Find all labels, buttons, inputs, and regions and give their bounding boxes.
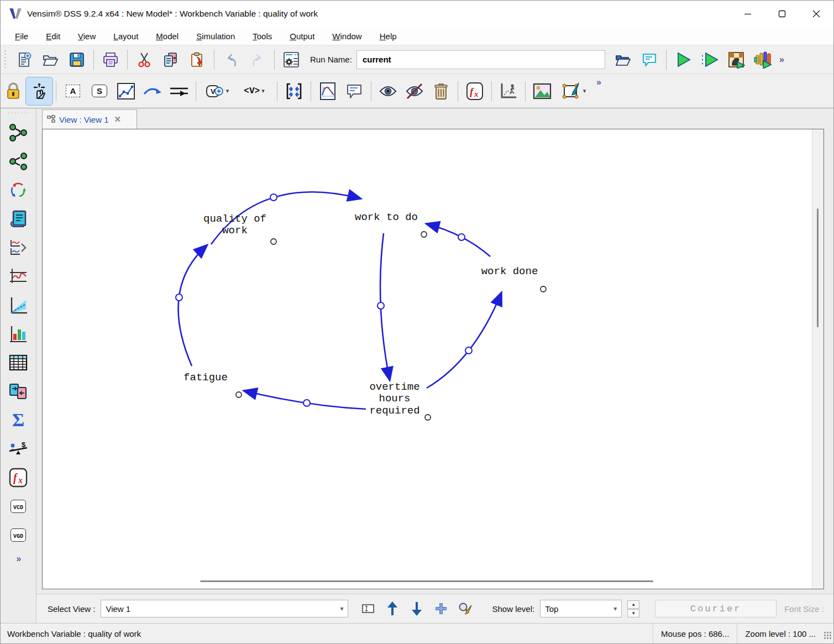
sensitivity-button[interactable] (749, 48, 776, 72)
arc-handle[interactable] (176, 294, 182, 301)
menu-simulation[interactable]: Simulation (187, 29, 244, 43)
toolbar-grip[interactable] (4, 49, 7, 70)
sketch-canvas[interactable]: quality of work work to do work done fat… (42, 129, 824, 589)
variable-handle[interactable] (421, 232, 427, 237)
horizontal-scrollbar[interactable] (200, 580, 653, 582)
loops-button[interactable] (6, 177, 31, 203)
arc-handle[interactable] (465, 347, 472, 354)
comment-tool-button[interactable] (341, 79, 368, 103)
delete-tool-button[interactable] (428, 79, 454, 103)
vcd-button[interactable]: VCD (6, 494, 31, 519)
new-model-button[interactable] (11, 48, 37, 72)
arc-handle[interactable] (377, 302, 384, 309)
redo-button[interactable] (244, 48, 271, 72)
open-model-button[interactable] (37, 48, 64, 72)
menu-model[interactable]: Model (147, 29, 187, 43)
vertical-scrollbar-track[interactable] (812, 129, 823, 589)
unhide-tool-button[interactable] (375, 79, 401, 103)
vertical-scrollbar[interactable] (817, 208, 819, 327)
menu-view[interactable]: View (69, 29, 104, 43)
menu-layout[interactable]: Layout (104, 29, 147, 43)
rename-view-button[interactable] (356, 598, 380, 620)
sidebar-grip[interactable] (7, 112, 29, 115)
variable-fatigue[interactable]: fatigue (183, 372, 228, 384)
variable-tool-button[interactable]: A (60, 79, 86, 103)
spinner-up-button[interactable]: ▲ (627, 600, 639, 609)
sketch-comment-button[interactable] (636, 48, 663, 72)
window-resize-grip[interactable] (823, 631, 831, 639)
variable-handle[interactable] (271, 239, 276, 244)
merge-tool-button[interactable] (281, 79, 307, 103)
spinner-down-button[interactable]: ▼ (627, 609, 639, 617)
link-fatigue-to-quality[interactable] (179, 245, 207, 366)
sensitivity-graph-button[interactable] (6, 292, 31, 318)
maximize-button[interactable] (765, 1, 799, 27)
box-variable-tool-button[interactable]: S (86, 79, 113, 103)
lookup-tool-button[interactable] (314, 79, 341, 103)
bar-graph-button[interactable] (6, 321, 31, 347)
reality-check-button[interactable] (495, 79, 522, 103)
graph-button[interactable] (6, 264, 31, 289)
simulation-setup-button[interactable] (278, 48, 305, 72)
add-view-button[interactable] (429, 598, 453, 620)
sidebar-overflow-chevron[interactable]: » (17, 554, 20, 564)
select-view-dropdown[interactable]: View 1 ▾ (101, 600, 348, 617)
sketch-toolbar-overflow-chevron[interactable]: » (596, 77, 600, 87)
variable-work-to-do[interactable]: work to do (355, 212, 418, 223)
variable-overtime-hours-required[interactable]: overtime hours required (369, 381, 419, 417)
menu-file[interactable]: File (6, 29, 37, 43)
causes-tree-button[interactable] (6, 120, 31, 145)
edit-view-button[interactable] (453, 598, 478, 620)
equations-sidebar-button[interactable]: f x (6, 465, 31, 490)
statistics-button[interactable]: Σ (6, 407, 31, 433)
equations-tool-button[interactable]: f x (461, 79, 488, 103)
menu-edit[interactable]: Edit (37, 29, 69, 43)
causes-strip-button[interactable] (6, 235, 31, 260)
payoff-button[interactable]: $ (6, 436, 31, 462)
copy-button[interactable] (158, 48, 184, 72)
minimize-button[interactable] (731, 1, 765, 27)
move-view-up-button[interactable] (380, 598, 405, 620)
variable-work-done[interactable]: work done (481, 266, 538, 278)
toolbar-overflow-chevron[interactable]: » (779, 55, 783, 65)
paste-button[interactable] (184, 48, 211, 72)
link-overtime-to-workdone[interactable] (427, 293, 501, 388)
menu-output[interactable]: Output (281, 29, 323, 43)
hide-tool-button[interactable] (401, 79, 428, 103)
vgd-button[interactable]: VGD (6, 522, 31, 548)
arc-handle[interactable] (270, 194, 277, 201)
arc-handle[interactable] (458, 234, 465, 240)
move-view-down-button[interactable] (405, 598, 429, 620)
close-button[interactable] (799, 1, 833, 27)
lock-tool-button[interactable] (1, 78, 26, 104)
cut-button[interactable] (131, 48, 158, 72)
print-button[interactable] (97, 48, 124, 72)
add-variable-dropdown-button[interactable]: V ▾ (200, 79, 235, 103)
game-button[interactable] (723, 48, 749, 72)
document-button[interactable] (6, 206, 31, 232)
font-button[interactable]: Courier (655, 600, 777, 617)
uses-tree-button[interactable] (6, 149, 31, 174)
run-name-input[interactable] (356, 50, 605, 69)
bitmap-tool-button[interactable] (529, 79, 555, 103)
synthesim-button[interactable] (696, 48, 723, 72)
arc-handle[interactable] (303, 400, 310, 406)
variable-quality-of-work[interactable]: quality of work (203, 213, 266, 237)
menu-help[interactable]: Help (371, 29, 406, 43)
variable-handle[interactable] (236, 392, 242, 397)
rate-tool-button[interactable] (113, 79, 139, 103)
shadow-variable-dropdown-button[interactable]: <V> ▾ (235, 79, 274, 103)
tab-close-icon[interactable]: ✕ (114, 114, 122, 124)
save-model-button[interactable] (64, 48, 90, 72)
load-run-button[interactable] (610, 48, 636, 72)
table-button[interactable] (6, 350, 31, 375)
undo-button[interactable] (218, 48, 244, 72)
move-size-tool-button[interactable] (26, 77, 53, 105)
show-level-dropdown[interactable]: Top ▾ (540, 600, 622, 617)
link-workdone-to-worktodo[interactable] (427, 224, 490, 256)
runs-compare-button[interactable] (6, 379, 31, 404)
arrow-tool-button[interactable] (139, 79, 166, 103)
run-simulation-button[interactable] (670, 48, 696, 72)
flow-tool-button[interactable] (166, 79, 192, 103)
view-tab[interactable]: View : View 1 ✕ (42, 109, 137, 129)
